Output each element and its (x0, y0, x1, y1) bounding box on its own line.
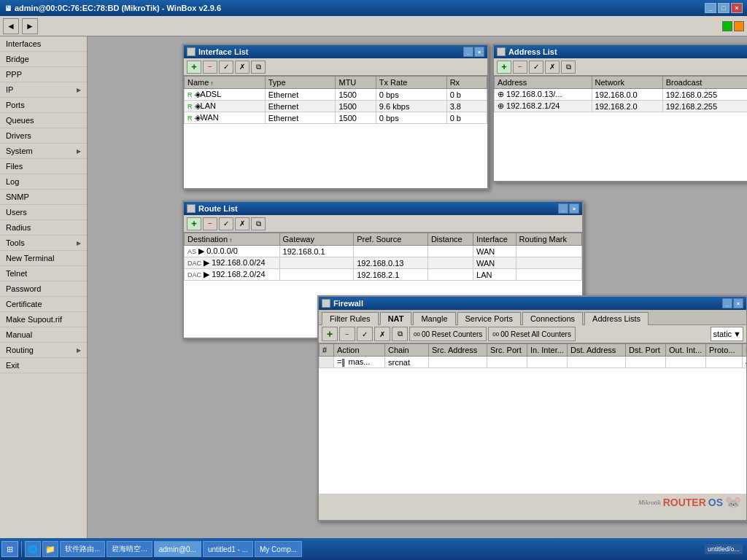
col-destination[interactable]: Destination (185, 233, 280, 246)
fw-reset-counters-button[interactable]: 00 00 Reset Counters (409, 327, 487, 341)
route-row-3[interactable]: DAC ▶ 192.168.2.0/24 192.168.2.1 LAN (185, 269, 582, 281)
fw-col-dst-address[interactable]: Dst. Address (568, 344, 626, 357)
fw-row-1[interactable]: =‖ mas... srcnat 4 (320, 357, 747, 368)
sidebar-item-snmp[interactable]: SNMP (0, 190, 87, 205)
fw-enable-button[interactable]: ✓ (357, 327, 373, 341)
sidebar-item-routing[interactable]: Routing ▶ (0, 343, 87, 358)
interface-row-wan[interactable]: R ◈WAN Ethernet 1500 0 bps 0 b (185, 112, 487, 124)
address-disable-button[interactable]: ✗ (545, 61, 560, 74)
address-list-titlebar[interactable]: Address List _ × (494, 45, 747, 58)
route-disable-button[interactable]: ✗ (235, 217, 249, 230)
sidebar-item-tools[interactable]: Tools ▶ (0, 236, 87, 251)
sidebar-item-files[interactable]: Files (0, 159, 87, 174)
tab-service-ports[interactable]: Service Ports (457, 312, 521, 325)
tab-filter-rules[interactable]: Filter Rules (322, 312, 379, 325)
fw-add-button[interactable]: + (322, 327, 338, 341)
col-routing-mark[interactable]: Routing Mark (516, 233, 581, 246)
sidebar-item-telnet[interactable]: Telnet (0, 266, 87, 281)
col-rx[interactable]: Rx (446, 77, 487, 89)
fw-disable-button[interactable]: ✗ (374, 327, 390, 341)
sidebar-item-ip[interactable]: IP ▶ (0, 82, 87, 98)
sidebar-item-queues[interactable]: Queues (0, 113, 87, 128)
col-type[interactable]: Type (265, 77, 336, 89)
taskbar-item-bihai[interactable]: 碧海晴空... (107, 541, 152, 557)
sidebar-item-drivers[interactable]: Drivers (0, 128, 87, 144)
col-distance[interactable]: Distance (427, 233, 473, 246)
taskbar-icon-ie[interactable]: 🌐 (25, 541, 41, 557)
tab-nat[interactable]: NAT (380, 312, 412, 325)
sidebar-item-make-supout[interactable]: Make Supout.rif (0, 312, 87, 327)
route-copy-button[interactable]: ⧉ (251, 217, 266, 230)
col-address[interactable]: Address (495, 77, 592, 89)
sidebar-item-bridge[interactable]: Bridge (0, 52, 87, 67)
sidebar-item-system[interactable]: System ▶ (0, 144, 87, 159)
fw-col-src-address[interactable]: Src. Address (429, 344, 487, 357)
back-button[interactable]: ◄ (3, 18, 19, 34)
fw-col-proto[interactable]: Proto... (706, 344, 743, 357)
interface-row-lan[interactable]: R ◈LAN Ethernet 1500 9.6 kbps 3.8 (185, 101, 487, 112)
address-add-button[interactable]: + (497, 61, 511, 74)
sidebar-item-password[interactable]: Password (0, 281, 87, 297)
route-add-button[interactable]: + (187, 217, 201, 230)
taskbar-item-untitled1[interactable]: untitled1 - ... (203, 541, 253, 557)
interface-list-minimize[interactable]: _ (463, 47, 473, 57)
sidebar-item-exit[interactable]: Exit (0, 358, 87, 373)
address-row-1[interactable]: ⊕ 192.168.0.13/... 192.168.0.0 192.168.0… (495, 89, 748, 101)
start-button[interactable]: ⊞ (1, 541, 18, 557)
sidebar-item-radius[interactable]: Radius (0, 220, 87, 236)
interface-disable-button[interactable]: ✗ (235, 61, 249, 74)
fw-reset-all-counters-button[interactable]: 00 00 Reset All Counters (488, 327, 576, 341)
fw-col-dst-port[interactable]: Dst. Port (626, 344, 666, 357)
interface-add-button[interactable]: + (187, 61, 201, 74)
address-enable-button[interactable]: ✓ (529, 61, 543, 74)
forward-button[interactable]: ► (22, 18, 38, 34)
fw-copy-button[interactable]: ⧉ (392, 327, 408, 341)
fw-col-src-port[interactable]: Src. Port (487, 344, 527, 357)
sidebar-item-ppp[interactable]: PPP (0, 67, 87, 82)
firewall-close[interactable]: × (733, 298, 743, 308)
sidebar-item-log[interactable]: Log (0, 174, 87, 190)
interface-copy-button[interactable]: ⧉ (251, 61, 266, 74)
interface-enable-button[interactable]: ✓ (219, 61, 233, 74)
sidebar-item-manual[interactable]: Manual (0, 327, 87, 343)
tab-connections[interactable]: Connections (522, 312, 583, 325)
tab-mangle[interactable]: Mangle (413, 312, 455, 325)
interface-remove-button[interactable]: − (203, 61, 217, 74)
col-gateway[interactable]: Gateway (279, 233, 354, 246)
route-remove-button[interactable]: − (203, 217, 217, 230)
firewall-titlebar[interactable]: Firewall _ × (319, 297, 746, 310)
fw-static-dropdown[interactable]: static ▼ (711, 327, 743, 341)
taskbar-item-mycomp[interactable]: My Comp... (255, 541, 302, 557)
sidebar-item-ports[interactable]: Ports (0, 98, 87, 113)
taskbar-icon-folder[interactable]: 📁 (42, 541, 58, 557)
fw-col-chain[interactable]: Chain (385, 344, 429, 357)
fw-col-byte[interactable]: Byte (743, 344, 747, 357)
sidebar-item-interfaces[interactable]: Interfaces (0, 36, 87, 52)
fw-col-in-inter[interactable]: In. Inter... (527, 344, 568, 357)
taskbar-item-admin[interactable]: admin@0... (154, 541, 201, 557)
minimize-button[interactable]: _ (705, 3, 716, 13)
route-list-titlebar[interactable]: Route List _ × (184, 202, 582, 215)
route-enable-button[interactable]: ✓ (219, 217, 233, 230)
taskbar-item-software[interactable]: 软件路由... (60, 541, 105, 557)
sidebar-item-certificate[interactable]: Certificate (0, 297, 87, 312)
col-pref-source[interactable]: Pref. Source (354, 233, 428, 246)
address-row-2[interactable]: ⊕ 192.168.2.1/24 192.168.2.0 192.168.2.2… (495, 101, 748, 112)
fw-remove-button[interactable]: − (339, 327, 355, 341)
interface-list-titlebar[interactable]: Interface List _ × (184, 45, 487, 58)
route-list-minimize[interactable]: _ (558, 203, 568, 214)
col-broadcast[interactable]: Broadcast (662, 77, 747, 89)
tab-address-lists[interactable]: Address Lists (584, 312, 649, 325)
address-remove-button[interactable]: − (513, 61, 527, 74)
firewall-minimize[interactable]: _ (722, 298, 732, 308)
address-copy-button[interactable]: ⧉ (561, 61, 576, 74)
route-row-1[interactable]: AS ▶ 0.0.0.0/0 192.168.0.1 WAN (185, 246, 582, 257)
close-button[interactable]: × (731, 3, 743, 13)
col-name[interactable]: Name (185, 77, 266, 89)
fw-col-num[interactable]: # (320, 344, 334, 357)
col-interface[interactable]: Interface (473, 233, 516, 246)
col-tx-rate[interactable]: Tx Rate (376, 77, 446, 89)
route-list-close[interactable]: × (569, 203, 579, 214)
sidebar-item-users[interactable]: Users (0, 205, 87, 220)
route-row-2[interactable]: DAC ▶ 192.168.0.0/24 192.168.0.13 WAN (185, 257, 582, 269)
